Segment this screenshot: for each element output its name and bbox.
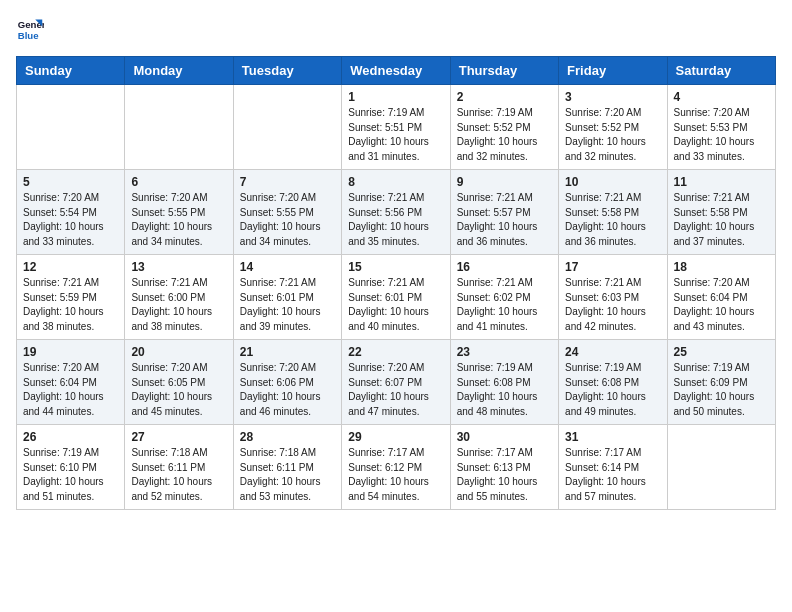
calendar-week-3: 12Sunrise: 7:21 AM Sunset: 5:59 PM Dayli… xyxy=(17,255,776,340)
day-number: 28 xyxy=(240,430,335,444)
day-number: 31 xyxy=(565,430,660,444)
calendar-cell: 13Sunrise: 7:21 AM Sunset: 6:00 PM Dayli… xyxy=(125,255,233,340)
day-number: 6 xyxy=(131,175,226,189)
day-number: 9 xyxy=(457,175,552,189)
calendar-cell xyxy=(17,85,125,170)
calendar-week-1: 1Sunrise: 7:19 AM Sunset: 5:51 PM Daylig… xyxy=(17,85,776,170)
calendar-week-4: 19Sunrise: 7:20 AM Sunset: 6:04 PM Dayli… xyxy=(17,340,776,425)
calendar-week-5: 26Sunrise: 7:19 AM Sunset: 6:10 PM Dayli… xyxy=(17,425,776,510)
day-number: 1 xyxy=(348,90,443,104)
calendar-cell xyxy=(125,85,233,170)
day-info: Sunrise: 7:21 AM Sunset: 6:00 PM Dayligh… xyxy=(131,276,226,334)
day-info: Sunrise: 7:21 AM Sunset: 6:02 PM Dayligh… xyxy=(457,276,552,334)
calendar-cell: 10Sunrise: 7:21 AM Sunset: 5:58 PM Dayli… xyxy=(559,170,667,255)
day-number: 25 xyxy=(674,345,769,359)
calendar-week-2: 5Sunrise: 7:20 AM Sunset: 5:54 PM Daylig… xyxy=(17,170,776,255)
day-number: 5 xyxy=(23,175,118,189)
logo: General Blue xyxy=(16,16,48,44)
day-info: Sunrise: 7:19 AM Sunset: 5:52 PM Dayligh… xyxy=(457,106,552,164)
calendar-cell: 28Sunrise: 7:18 AM Sunset: 6:11 PM Dayli… xyxy=(233,425,341,510)
calendar-cell: 16Sunrise: 7:21 AM Sunset: 6:02 PM Dayli… xyxy=(450,255,558,340)
day-number: 7 xyxy=(240,175,335,189)
day-info: Sunrise: 7:20 AM Sunset: 5:53 PM Dayligh… xyxy=(674,106,769,164)
day-info: Sunrise: 7:21 AM Sunset: 6:03 PM Dayligh… xyxy=(565,276,660,334)
day-info: Sunrise: 7:21 AM Sunset: 6:01 PM Dayligh… xyxy=(240,276,335,334)
day-info: Sunrise: 7:20 AM Sunset: 6:06 PM Dayligh… xyxy=(240,361,335,419)
column-header-saturday: Saturday xyxy=(667,57,775,85)
calendar-cell: 3Sunrise: 7:20 AM Sunset: 5:52 PM Daylig… xyxy=(559,85,667,170)
calendar-cell: 15Sunrise: 7:21 AM Sunset: 6:01 PM Dayli… xyxy=(342,255,450,340)
calendar-cell: 26Sunrise: 7:19 AM Sunset: 6:10 PM Dayli… xyxy=(17,425,125,510)
day-info: Sunrise: 7:17 AM Sunset: 6:12 PM Dayligh… xyxy=(348,446,443,504)
day-number: 19 xyxy=(23,345,118,359)
calendar-cell: 31Sunrise: 7:17 AM Sunset: 6:14 PM Dayli… xyxy=(559,425,667,510)
day-info: Sunrise: 7:19 AM Sunset: 6:10 PM Dayligh… xyxy=(23,446,118,504)
day-number: 4 xyxy=(674,90,769,104)
day-number: 16 xyxy=(457,260,552,274)
day-info: Sunrise: 7:19 AM Sunset: 5:51 PM Dayligh… xyxy=(348,106,443,164)
day-info: Sunrise: 7:20 AM Sunset: 6:04 PM Dayligh… xyxy=(674,276,769,334)
page-header: General Blue xyxy=(16,16,776,44)
day-info: Sunrise: 7:20 AM Sunset: 6:05 PM Dayligh… xyxy=(131,361,226,419)
calendar-cell: 9Sunrise: 7:21 AM Sunset: 5:57 PM Daylig… xyxy=(450,170,558,255)
day-info: Sunrise: 7:21 AM Sunset: 5:58 PM Dayligh… xyxy=(674,191,769,249)
day-number: 14 xyxy=(240,260,335,274)
calendar-cell: 5Sunrise: 7:20 AM Sunset: 5:54 PM Daylig… xyxy=(17,170,125,255)
logo-icon: General Blue xyxy=(16,16,44,44)
column-header-friday: Friday xyxy=(559,57,667,85)
day-number: 27 xyxy=(131,430,226,444)
day-info: Sunrise: 7:20 AM Sunset: 5:55 PM Dayligh… xyxy=(240,191,335,249)
day-number: 23 xyxy=(457,345,552,359)
calendar-cell: 23Sunrise: 7:19 AM Sunset: 6:08 PM Dayli… xyxy=(450,340,558,425)
day-info: Sunrise: 7:20 AM Sunset: 5:54 PM Dayligh… xyxy=(23,191,118,249)
day-info: Sunrise: 7:20 AM Sunset: 5:52 PM Dayligh… xyxy=(565,106,660,164)
calendar-cell: 2Sunrise: 7:19 AM Sunset: 5:52 PM Daylig… xyxy=(450,85,558,170)
day-info: Sunrise: 7:21 AM Sunset: 6:01 PM Dayligh… xyxy=(348,276,443,334)
day-info: Sunrise: 7:18 AM Sunset: 6:11 PM Dayligh… xyxy=(131,446,226,504)
calendar-cell: 6Sunrise: 7:20 AM Sunset: 5:55 PM Daylig… xyxy=(125,170,233,255)
calendar-cell: 29Sunrise: 7:17 AM Sunset: 6:12 PM Dayli… xyxy=(342,425,450,510)
calendar-cell: 7Sunrise: 7:20 AM Sunset: 5:55 PM Daylig… xyxy=(233,170,341,255)
day-info: Sunrise: 7:21 AM Sunset: 5:58 PM Dayligh… xyxy=(565,191,660,249)
calendar-cell: 20Sunrise: 7:20 AM Sunset: 6:05 PM Dayli… xyxy=(125,340,233,425)
day-info: Sunrise: 7:21 AM Sunset: 5:56 PM Dayligh… xyxy=(348,191,443,249)
day-number: 30 xyxy=(457,430,552,444)
calendar-cell: 12Sunrise: 7:21 AM Sunset: 5:59 PM Dayli… xyxy=(17,255,125,340)
day-number: 26 xyxy=(23,430,118,444)
column-header-sunday: Sunday xyxy=(17,57,125,85)
column-header-tuesday: Tuesday xyxy=(233,57,341,85)
day-number: 21 xyxy=(240,345,335,359)
calendar-cell: 25Sunrise: 7:19 AM Sunset: 6:09 PM Dayli… xyxy=(667,340,775,425)
column-header-wednesday: Wednesday xyxy=(342,57,450,85)
day-info: Sunrise: 7:17 AM Sunset: 6:13 PM Dayligh… xyxy=(457,446,552,504)
column-header-monday: Monday xyxy=(125,57,233,85)
day-number: 13 xyxy=(131,260,226,274)
calendar-cell: 11Sunrise: 7:21 AM Sunset: 5:58 PM Dayli… xyxy=(667,170,775,255)
day-info: Sunrise: 7:20 AM Sunset: 5:55 PM Dayligh… xyxy=(131,191,226,249)
calendar-cell: 4Sunrise: 7:20 AM Sunset: 5:53 PM Daylig… xyxy=(667,85,775,170)
day-number: 3 xyxy=(565,90,660,104)
calendar-cell: 14Sunrise: 7:21 AM Sunset: 6:01 PM Dayli… xyxy=(233,255,341,340)
calendar-cell: 24Sunrise: 7:19 AM Sunset: 6:08 PM Dayli… xyxy=(559,340,667,425)
calendar-cell: 22Sunrise: 7:20 AM Sunset: 6:07 PM Dayli… xyxy=(342,340,450,425)
calendar-cell xyxy=(233,85,341,170)
calendar-cell: 30Sunrise: 7:17 AM Sunset: 6:13 PM Dayli… xyxy=(450,425,558,510)
day-info: Sunrise: 7:21 AM Sunset: 5:57 PM Dayligh… xyxy=(457,191,552,249)
day-number: 2 xyxy=(457,90,552,104)
day-number: 24 xyxy=(565,345,660,359)
calendar-cell: 21Sunrise: 7:20 AM Sunset: 6:06 PM Dayli… xyxy=(233,340,341,425)
day-number: 8 xyxy=(348,175,443,189)
day-number: 22 xyxy=(348,345,443,359)
day-info: Sunrise: 7:19 AM Sunset: 6:08 PM Dayligh… xyxy=(457,361,552,419)
day-info: Sunrise: 7:17 AM Sunset: 6:14 PM Dayligh… xyxy=(565,446,660,504)
calendar-cell: 1Sunrise: 7:19 AM Sunset: 5:51 PM Daylig… xyxy=(342,85,450,170)
calendar-header-row: SundayMondayTuesdayWednesdayThursdayFrid… xyxy=(17,57,776,85)
day-number: 11 xyxy=(674,175,769,189)
calendar-cell: 18Sunrise: 7:20 AM Sunset: 6:04 PM Dayli… xyxy=(667,255,775,340)
calendar-cell: 19Sunrise: 7:20 AM Sunset: 6:04 PM Dayli… xyxy=(17,340,125,425)
day-number: 12 xyxy=(23,260,118,274)
day-info: Sunrise: 7:20 AM Sunset: 6:07 PM Dayligh… xyxy=(348,361,443,419)
day-info: Sunrise: 7:20 AM Sunset: 6:04 PM Dayligh… xyxy=(23,361,118,419)
calendar-cell xyxy=(667,425,775,510)
day-number: 18 xyxy=(674,260,769,274)
